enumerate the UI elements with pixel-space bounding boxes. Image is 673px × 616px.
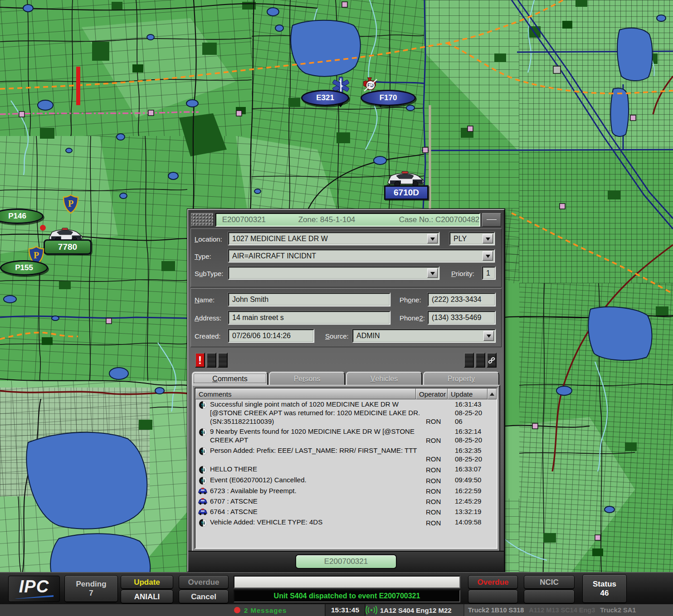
title-event-id: E200700321 <box>222 215 298 224</box>
phone-field[interactable]: (222) 233-3434 <box>428 293 496 306</box>
blank-taskbar-button-1[interactable] <box>468 590 518 604</box>
type-dropdown-button[interactable] <box>483 251 493 261</box>
location-value: 1027 MEDICINE LAKE DR W <box>232 235 328 243</box>
type-combobox[interactable]: AIR=AIRCRAFT INCIDNT <box>228 249 495 262</box>
police-car-icon <box>198 498 208 505</box>
messages-indicator[interactable]: 2 Messages <box>234 604 287 616</box>
clock: 15:31:45 <box>325 604 366 616</box>
source-value: ADMIN <box>356 332 380 340</box>
jurisdiction-combobox[interactable]: PLY <box>449 232 495 245</box>
titlebar-grip[interactable] <box>191 213 214 227</box>
info-icon: Si <box>199 447 207 456</box>
pending-button[interactable]: Pending7 <box>64 575 118 602</box>
dialog-titlebar[interactable]: E200700321 Zone: 845-1-104 Case No.: C20… <box>191 213 501 227</box>
address-value: 14 main street s <box>232 314 284 322</box>
update-button[interactable]: Update <box>121 575 173 589</box>
comment-text: Person Added: Prefix: EEE/ LAST_NAME: RR… <box>210 446 426 464</box>
tab-vehicles[interactable]: Vehicles <box>346 372 422 385</box>
jurisdiction-value: PLY <box>454 235 467 243</box>
name-field[interactable]: John Smith <box>228 293 390 306</box>
police-car-icon <box>198 508 208 515</box>
comment-update: 12:45:29 <box>455 497 497 506</box>
alert-button[interactable]: ! <box>195 353 205 368</box>
overdue-right-button[interactable]: Overdue <box>468 575 518 589</box>
blank-button-2[interactable] <box>218 353 228 368</box>
info-icon: Si <box>199 476 207 485</box>
comment-row[interactable]: SiVehicle Added: VEHICLE TYPE: 4DSRON14:… <box>195 517 497 528</box>
unit-marker-e321[interactable]: E321 <box>301 90 349 106</box>
unit-marker-7780[interactable]: 7780 <box>44 239 92 255</box>
message-alert-icon <box>234 607 240 613</box>
radio-icon <box>366 604 377 616</box>
jurisdiction-dropdown-button[interactable] <box>483 234 493 243</box>
header-update[interactable]: Update <box>448 388 488 399</box>
tab-comments[interactable]: Comments <box>192 372 268 385</box>
header-operator[interactable]: Operator <box>416 388 448 399</box>
event-badge[interactable]: E200700321 <box>295 554 397 569</box>
title-case: Case No.: C200700482 <box>399 215 480 224</box>
aniali-button[interactable]: ANIALI <box>121 590 173 604</box>
comment-row[interactable]: Si9 Nearby Events found for 1020 MEDICIN… <box>195 427 497 446</box>
comment-update: 16:33:07 <box>455 465 497 474</box>
comment-text: 6723 : Available by Preempt. <box>210 487 426 495</box>
comment-operator: RON <box>426 497 455 506</box>
unit-marker-6710d[interactable]: 6710D <box>384 185 429 200</box>
comments-panel: Comments Operator Update SiSuccessful si… <box>192 385 500 552</box>
ncic-button[interactable]: NCIC <box>524 575 575 589</box>
header-comments[interactable]: Comments <box>195 388 416 399</box>
command-input[interactable] <box>234 576 460 588</box>
priority-value: 1 <box>486 269 490 277</box>
tab-persons[interactable]: Persons <box>269 372 345 385</box>
source-combobox[interactable]: ADMIN <box>352 329 496 343</box>
comment-operator: RON <box>426 465 455 474</box>
comment-row[interactable]: 6723 : Available by Preempt.RON16:22:59 <box>195 486 497 496</box>
comment-operator: RON <box>426 400 455 426</box>
scroll-up-button[interactable] <box>488 388 497 399</box>
blank-taskbar-button-2[interactable] <box>524 590 575 604</box>
location-dropdown-button[interactable] <box>427 234 438 243</box>
link-button[interactable] <box>487 353 497 368</box>
address-field[interactable]: 14 main street s <box>228 311 390 325</box>
phone2-field[interactable]: (134) 333-5469 <box>428 311 496 325</box>
type-value: AIR=AIRCRAFT INCIDNT <box>232 252 316 260</box>
status-button[interactable]: Status46 <box>582 574 627 603</box>
event-dialog: E200700321 Zone: 845-1-104 Case No.: C20… <box>187 209 505 572</box>
source-dropdown-button[interactable] <box>483 331 494 341</box>
ipc-logo-text: IPC <box>19 579 49 594</box>
location-combobox[interactable]: 1027 MEDICINE LAKE DR W <box>228 232 439 245</box>
comment-row[interactable]: SiSuccessful single point match of 1020 … <box>195 399 497 427</box>
comment-operator: RON <box>426 476 455 485</box>
comments-table-body: SiSuccessful single point match of 1020 … <box>195 399 497 548</box>
status-bar: 2 Messages 15:31:45 1A12 S404 Eng12 M22 … <box>0 604 673 616</box>
unit-marker-p155[interactable]: P155 <box>0 260 48 276</box>
info-icon: Si <box>199 519 207 527</box>
comments-table-header: Comments Operator Update <box>195 388 497 399</box>
subtype-combobox[interactable] <box>228 267 439 280</box>
svg-text:i: i <box>203 468 205 473</box>
overdue-left-button[interactable]: Overdue <box>179 575 229 589</box>
comment-update: 16:32:1408-25-20 <box>455 427 497 445</box>
unit-marker-f170[interactable]: F170 <box>361 90 416 106</box>
phone-label: Phone: <box>400 296 421 304</box>
svg-text:i: i <box>203 479 205 484</box>
subtype-dropdown-button[interactable] <box>427 268 438 278</box>
blank-button-1[interactable] <box>206 353 216 368</box>
units-faint: A112 M13 SC14 Eng3 <box>529 606 595 614</box>
priority-field[interactable]: 1 <box>482 267 496 280</box>
tab-property[interactable]: Property <box>423 372 499 385</box>
info-icon: Si <box>199 466 207 474</box>
police-car-6710d <box>385 166 426 188</box>
comment-row[interactable]: SiEvent (E062070012) Cancelled.RON09:49:… <box>195 475 497 486</box>
comment-row[interactable]: 6764 : ATSCNERON13:32:19 <box>195 507 497 517</box>
titlebar-minimize[interactable] <box>482 213 501 227</box>
comment-row[interactable]: 6707 : ATSCNERON12:45:29 <box>195 496 497 507</box>
cancel-button[interactable]: Cancel <box>179 590 229 604</box>
comment-operator: RON <box>426 487 455 495</box>
comment-row[interactable]: SiPerson Added: Prefix: EEE/ LAST_NAME: … <box>195 446 497 465</box>
comment-row[interactable]: SiHELLO THERERON16:33:07 <box>195 464 497 475</box>
messages-label: 2 Messages <box>244 606 287 614</box>
priority-label: Priority: <box>451 270 474 277</box>
blank-button-3[interactable] <box>464 353 474 368</box>
units-active: 1A12 S404 Eng12 M22 <box>380 604 452 616</box>
blank-button-4[interactable] <box>475 353 485 368</box>
